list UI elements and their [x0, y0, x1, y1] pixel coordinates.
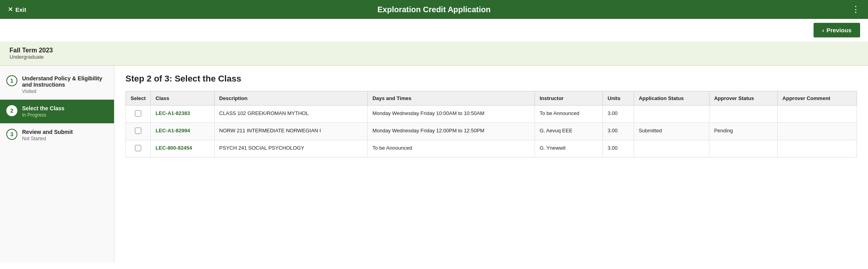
- step-3-num: 3: [6, 129, 17, 140]
- row-0-description: CLASS 102 GREEK/ROMAN MYTHOL: [214, 106, 367, 123]
- step-3-title: Review and Submit: [22, 129, 73, 135]
- row-2-days-times: To be Announced: [367, 140, 535, 158]
- step-2-info: Select the Class In Progress: [22, 105, 64, 118]
- row-2-select-cell: [126, 140, 151, 158]
- row-0-units: 3.00: [603, 106, 634, 123]
- step-2-sub: In Progress: [22, 112, 64, 118]
- row-2-units: 3.00: [603, 140, 634, 158]
- term-name: Fall Term 2023: [9, 47, 859, 54]
- row-0-days-times: Monday Wednesday Friday 10:00AM to 10:50…: [367, 106, 535, 123]
- top-header: ✕ Exit Exploration Credit Application ⋮: [0, 0, 868, 19]
- previous-button[interactable]: ‹ Previous: [814, 23, 860, 37]
- row-0-select-cell: [126, 106, 151, 123]
- row-1-select-cell: [126, 123, 151, 140]
- row-2-approver-comment: [778, 140, 857, 158]
- row-0-instructor: To be Announced: [535, 106, 602, 123]
- col-description: Description: [214, 91, 367, 106]
- row-2-checkbox[interactable]: [135, 145, 141, 151]
- row-0-class-cell: LEC-A1-82383: [151, 106, 214, 123]
- exit-label: Exit: [15, 6, 26, 13]
- row-2-app-status: [634, 140, 709, 158]
- action-row: ‹ Previous: [0, 19, 868, 41]
- row-1-units: 3.00: [603, 123, 634, 140]
- step-1-num: 1: [6, 75, 17, 86]
- table-row: LEC-A1-82994NORW 211 INTERMEDIATE NORWEG…: [126, 123, 857, 140]
- col-units: Units: [603, 91, 634, 106]
- row-2-class-cell: LEC-800-82454: [151, 140, 214, 158]
- exit-icon: ✕: [8, 6, 13, 13]
- row-2-class-link[interactable]: LEC-800-82454: [155, 145, 192, 151]
- step-1-title: Understand Policy & Eligibility and Inst…: [22, 75, 108, 88]
- col-approver-comment: Approver Comment: [778, 91, 857, 106]
- step-1-sub: Visited: [22, 89, 108, 94]
- row-1-description: NORW 211 INTERMEDIATE NORWEGIAN I: [214, 123, 367, 140]
- step-2-title: Select the Class: [22, 105, 64, 111]
- main-content: Step 2 of 3: Select the Class Select Cla…: [114, 66, 868, 263]
- col-days-times: Days and Times: [367, 91, 535, 106]
- row-1-approver-status: Pending: [709, 123, 777, 140]
- col-instructor: Instructor: [535, 91, 602, 106]
- step-3-sub: Not Started: [22, 136, 73, 141]
- step-3-info: Review and Submit Not Started: [22, 129, 73, 141]
- row-1-checkbox[interactable]: [135, 128, 141, 134]
- class-table: Select Class Description Days and Times …: [125, 91, 857, 158]
- row-0-approver-comment: [778, 106, 857, 123]
- previous-label: Previous: [827, 27, 851, 33]
- step-1-info: Understand Policy & Eligibility and Inst…: [22, 75, 108, 94]
- row-2-approver-status: [709, 140, 777, 158]
- table-row: LEC-A1-82383CLASS 102 GREEK/ROMAN MYTHOL…: [126, 106, 857, 123]
- step-heading: Step 2 of 3: Select the Class: [125, 74, 857, 84]
- row-0-app-status: [634, 106, 709, 123]
- row-0-checkbox[interactable]: [135, 110, 141, 117]
- sidebar: 1 Understand Policy & Eligibility and In…: [0, 66, 114, 263]
- step-2-num: 2: [6, 105, 17, 116]
- sidebar-item-step-1[interactable]: 1 Understand Policy & Eligibility and In…: [0, 70, 114, 100]
- sidebar-item-step-3[interactable]: 3 Review and Submit Not Started: [0, 123, 114, 147]
- table-row: LEC-800-82454PSYCH 241 SOCIAL PSYCHOLOGY…: [126, 140, 857, 158]
- table-header: Select Class Description Days and Times …: [126, 91, 857, 106]
- table-body: LEC-A1-82383CLASS 102 GREEK/ROMAN MYTHOL…: [126, 106, 857, 158]
- main-layout: 1 Understand Policy & Eligibility and In…: [0, 66, 868, 263]
- col-app-status: Application Status: [634, 91, 709, 106]
- term-bar: Fall Term 2023 Undergraduate: [0, 41, 868, 66]
- exit-button[interactable]: ✕ Exit: [8, 6, 26, 13]
- row-0-approver-status: [709, 106, 777, 123]
- more-options-button[interactable]: ⋮: [851, 4, 860, 15]
- col-approver-status: Approver Status: [709, 91, 777, 106]
- sidebar-item-step-2[interactable]: 2 Select the Class In Progress: [0, 100, 114, 123]
- row-1-days-times: Monday Wednesday Friday 12:00PM to 12:50…: [367, 123, 535, 140]
- row-1-class-link[interactable]: LEC-A1-82994: [155, 128, 190, 134]
- row-2-instructor: G. Ynewwit: [535, 140, 602, 158]
- col-select: Select: [126, 91, 151, 106]
- row-0-class-link[interactable]: LEC-A1-82383: [155, 110, 190, 116]
- previous-icon: ‹: [822, 27, 824, 33]
- col-class: Class: [151, 91, 214, 106]
- term-level: Undergraduate: [9, 54, 859, 60]
- page-title: Exploration Credit Application: [377, 5, 490, 14]
- row-1-approver-comment: [778, 123, 857, 140]
- row-1-instructor: G. Aevuq EEE: [535, 123, 602, 140]
- row-2-description: PSYCH 241 SOCIAL PSYCHOLOGY: [214, 140, 367, 158]
- row-1-app-status: Submitted: [634, 123, 709, 140]
- row-1-class-cell: LEC-A1-82994: [151, 123, 214, 140]
